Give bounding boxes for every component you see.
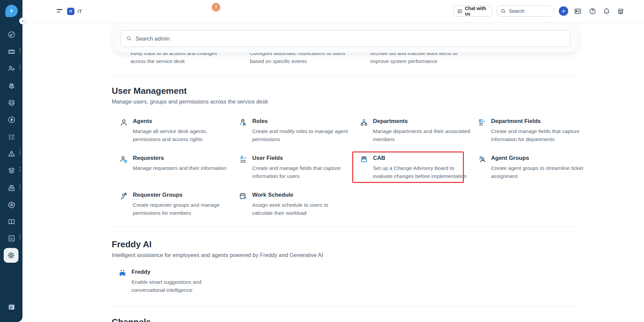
card-user-fields[interactable]: User Fields Create and manage fields tha…: [239, 155, 350, 180]
card-roles[interactable]: Roles Create and modify roles to manage …: [239, 118, 350, 143]
sidebar-item-analytics[interactable]: [7, 234, 16, 243]
book-icon: [7, 217, 16, 226]
admin-search-input[interactable]: [136, 36, 565, 42]
overview-desc-line: across the service desk: [130, 57, 231, 65]
roles-lock-person-icon: [239, 118, 248, 127]
card-departments[interactable]: Departments Manage departments and their…: [360, 118, 470, 143]
card-title: Freddy: [131, 269, 202, 276]
sidebar-item-settings[interactable]: [4, 248, 18, 263]
gauge-icon: [7, 30, 16, 39]
sidebar-item-knowledge-base[interactable]: [7, 217, 16, 226]
sidebar-item-dashboard[interactable]: [7, 30, 16, 39]
card-title: Agent Groups: [491, 155, 583, 162]
sidebar-expand-button[interactable]: ›: [19, 17, 26, 24]
card-agents[interactable]: Agents Manage all service desk agents,pe…: [119, 118, 230, 143]
people-add-icon: [119, 192, 128, 201]
app-window-icon: [7, 303, 16, 311]
workspace-label: IT: [77, 8, 82, 14]
chat-with-us-button[interactable]: Chat with us: [453, 5, 492, 17]
notifications-button[interactable]: [602, 7, 610, 15]
marketplace-button[interactable]: [616, 7, 625, 15]
sidebar-item-workspace-switcher[interactable]: [7, 302, 16, 312]
global-search[interactable]: [496, 5, 554, 17]
alerts-menu-button[interactable]: [19, 150, 21, 155]
people-group-icon: [478, 155, 486, 164]
card-title: Requesters: [133, 155, 226, 162]
overview-desc-line: based on specific events: [250, 57, 357, 65]
changes-menu-button[interactable]: [19, 65, 21, 70]
section-title-user-management: User Management: [112, 86, 187, 96]
ticket-icon: [7, 48, 16, 56]
card-agent-groups[interactable]: Agent Groups Create agent groups to stre…: [478, 155, 588, 180]
sidebar-item-releases[interactable]: [7, 98, 16, 107]
search-icon: [500, 8, 506, 14]
shield-icon: [7, 99, 16, 107]
section-subtitle-freddy-ai: Intelligent assistance for employees and…: [112, 252, 323, 258]
card-requesters[interactable]: Requesters Manage requesters and their i…: [119, 155, 230, 172]
freshworks-logo[interactable]: [5, 5, 18, 17]
menu-toggle-icon[interactable]: [57, 9, 63, 13]
bell-icon: [603, 7, 610, 15]
document-tray-icon: [7, 184, 16, 192]
sidebar: [0, 0, 22, 322]
analytics-menu-button[interactable]: [19, 235, 21, 240]
lightning-bolt-icon: [8, 8, 15, 14]
plus-icon: [561, 9, 566, 14]
freddy-icon: [118, 269, 127, 278]
switch-account-button[interactable]: [574, 7, 582, 15]
contracts-menu-button[interactable]: [19, 184, 21, 189]
card-requester-groups[interactable]: Requester Groups Create requester groups…: [119, 192, 230, 217]
gear-icon: [7, 251, 15, 260]
board-people-icon: [360, 155, 368, 164]
sidebar-item-tasks[interactable]: [7, 132, 16, 141]
layers-icon: [7, 167, 16, 175]
overview-desc-line: improve system performance: [370, 57, 478, 65]
bolt-circle-icon: [7, 116, 16, 124]
form-fields-icon: [478, 118, 486, 127]
user-form-icon: [239, 155, 248, 164]
help-beacon[interactable]: ?: [212, 3, 220, 11]
chat-with-us-label: Chat with us: [465, 6, 488, 16]
bar-chart-icon: [7, 234, 16, 243]
sidebar-item-automation[interactable]: [7, 115, 16, 124]
sidebar-item-problems[interactable]: [7, 81, 16, 90]
topbar: IT IT ? Chat with us: [22, 0, 644, 23]
create-new-button[interactable]: [559, 6, 568, 16]
sidebar-item-assets[interactable]: [7, 166, 16, 175]
person-icon: [119, 118, 128, 127]
card-work-schedule[interactable]: Work Schedule Assign work schedule to us…: [239, 192, 350, 217]
sidebar-item-alerts[interactable]: [7, 149, 16, 158]
card-cab[interactable]: CAB Set up a Change Advisory Board toeva…: [360, 155, 470, 180]
sidebar-item-tickets[interactable]: [7, 47, 16, 56]
help-circle-icon: [589, 7, 596, 15]
alert-triangle-icon: [7, 149, 16, 158]
card-title: Departments: [373, 118, 470, 125]
user-orbit-icon: [7, 201, 16, 209]
card-freddy[interactable]: Freddy Enable smart suggestions andconve…: [118, 269, 229, 294]
bug-icon: [7, 82, 16, 90]
tickets-menu-button[interactable]: [19, 48, 21, 53]
card-title: User Fields: [252, 155, 341, 162]
section-subtitle-user-management: Manage users, groups and permissions acr…: [112, 99, 268, 105]
card-title: Roles: [252, 118, 348, 125]
help-button[interactable]: [588, 7, 596, 15]
person-add-icon: [119, 155, 128, 164]
section-divider: [112, 76, 579, 76]
card-title: Agents: [133, 118, 207, 125]
contact-card-icon: [574, 7, 582, 15]
admin-search-box[interactable]: [120, 30, 571, 47]
chat-bubble-icon: [457, 8, 463, 14]
sidebar-item-esm[interactable]: [7, 200, 16, 209]
search-icon: [126, 36, 132, 42]
card-title: Department Fields: [491, 118, 580, 125]
global-search-input[interactable]: [509, 8, 546, 14]
calendar-clock-icon: [239, 192, 248, 201]
sidebar-item-contracts[interactable]: [7, 183, 16, 193]
section-title-channels: Channels: [112, 317, 151, 322]
section-divider: [112, 306, 579, 306]
sidebar-item-changes[interactable]: [7, 64, 16, 73]
workspace-badge[interactable]: IT: [67, 8, 74, 15]
assets-menu-button[interactable]: [19, 167, 21, 172]
card-department-fields[interactable]: Department Fields Create and manage fiel…: [478, 118, 588, 143]
checklist-icon: [7, 133, 16, 141]
